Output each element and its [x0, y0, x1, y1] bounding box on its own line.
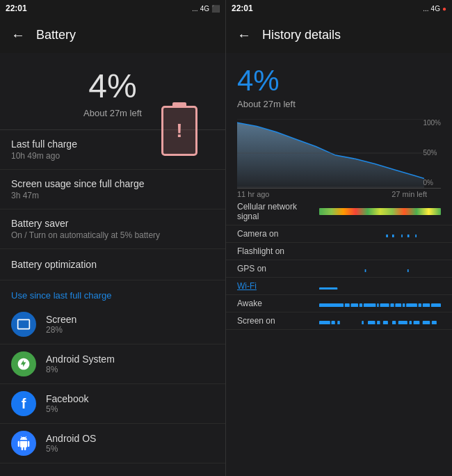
- svg-rect-14: [351, 303, 359, 307]
- svg-rect-8: [415, 235, 417, 237]
- chart-label-right: 27 min left: [392, 190, 427, 198]
- status-icons-left: ... 4G ⬛: [192, 5, 220, 13]
- history-row-cellular: Cellular network signal: [226, 198, 452, 225]
- chart-label-100: 100%: [423, 119, 441, 127]
- svg-rect-36: [414, 321, 420, 324]
- battery-exclaim-icon: !: [176, 120, 182, 142]
- battery-percent-left: 4%: [88, 67, 136, 105]
- svg-rect-17: [377, 303, 379, 307]
- svg-rect-31: [377, 321, 380, 324]
- time-right: 22:01: [232, 3, 253, 13]
- history-label-cellular: Cellular network signal: [237, 202, 314, 221]
- history-section: Cellular network signal Camera on Flashl…: [226, 198, 452, 476]
- app-info-facebook: Facebook 5%: [46, 393, 88, 414]
- svg-rect-11: [319, 287, 337, 289]
- status-icons-right: ... 4G ●: [423, 5, 446, 13]
- page-title-right: History details: [262, 28, 341, 42]
- svg-rect-7: [407, 235, 410, 237]
- status-bar-right: 22:01 ... 4G ●: [226, 0, 452, 17]
- history-bar-screenon: [319, 317, 441, 324]
- svg-rect-32: [383, 321, 388, 324]
- chart-label-50: 50%: [423, 149, 441, 157]
- history-row-gps: GPS on: [226, 260, 452, 278]
- app-name-facebook: Facebook: [46, 393, 88, 404]
- svg-rect-25: [431, 303, 441, 307]
- back-button-right[interactable]: ←: [237, 27, 251, 43]
- battery-big-left: About 27m left: [237, 99, 441, 109]
- right-panel: 22:01 ... 4G ● ← History details 4% Abou…: [226, 0, 452, 476]
- battery-optimization[interactable]: Battery optimization: [0, 249, 225, 280]
- status-bar-left: 22:01 ... 4G ⬛: [0, 0, 225, 17]
- app-item-android[interactable]: Android System 8%: [0, 344, 225, 384]
- svg-rect-12: [319, 303, 344, 307]
- history-row-camera: Camera on: [226, 225, 452, 243]
- history-row-wifi: Wi-Fi: [226, 278, 452, 295]
- svg-rect-24: [423, 303, 430, 307]
- svg-rect-5: [392, 235, 394, 237]
- app-icon-androidos: [11, 431, 36, 456]
- svg-rect-23: [419, 303, 421, 307]
- app-icon-facebook: f: [11, 391, 36, 416]
- history-label-flashlight: Flashlight on: [237, 246, 314, 256]
- svg-rect-26: [319, 321, 330, 324]
- history-label-gps: GPS on: [237, 264, 314, 273]
- info-item-batterysaver: Battery saver On / Turn on automatically…: [0, 209, 225, 249]
- app-percent-screen: 28%: [46, 325, 76, 335]
- history-bar-camera: [319, 230, 441, 237]
- battery-icon-container: !: [161, 106, 197, 156]
- use-since-label: Use since last full charge: [0, 280, 225, 305]
- info-value-batterysaver: On / Turn on automatically at 5% battery: [11, 230, 214, 240]
- app-item-facebook[interactable]: f Facebook 5%: [0, 384, 225, 424]
- svg-rect-21: [403, 303, 405, 307]
- chart-svg: [237, 119, 424, 188]
- chart-label-left: 11 hr ago: [237, 190, 269, 198]
- svg-rect-16: [364, 303, 376, 307]
- app-info-android: Android System 8%: [46, 354, 115, 374]
- svg-rect-37: [423, 321, 430, 324]
- info-label-screenusage: Screen usage since full charge: [11, 178, 214, 189]
- history-label-awake: Awake: [237, 299, 314, 308]
- svg-rect-20: [395, 303, 401, 307]
- history-bar-awake: [319, 300, 441, 307]
- svg-rect-34: [398, 321, 407, 324]
- app-percent-facebook: 5%: [46, 404, 88, 414]
- back-button-left[interactable]: ←: [11, 27, 25, 43]
- svg-rect-35: [410, 321, 412, 324]
- battery-icon: !: [161, 106, 197, 156]
- chart-labels-x: 11 hr ago 27 min left: [237, 189, 441, 198]
- svg-rect-9: [365, 269, 366, 272]
- svg-rect-30: [368, 321, 376, 324]
- app-name-android: Android System: [46, 354, 115, 365]
- battery-main-section: 4% About 27m left !: [0, 53, 225, 129]
- svg-rect-33: [392, 321, 396, 324]
- app-item-screen[interactable]: Screen 28%: [0, 305, 225, 344]
- battery-chart: 100% 50% 0%: [237, 119, 441, 189]
- svg-rect-10: [407, 269, 409, 272]
- info-value-screenusage: 3h 47m: [11, 191, 214, 200]
- svg-rect-18: [380, 303, 389, 307]
- battery-time-left: About 27m left: [83, 108, 142, 118]
- svg-rect-28: [337, 321, 340, 324]
- app-info-screen: Screen 28%: [46, 314, 76, 335]
- history-label-camera: Camera on: [237, 229, 314, 239]
- svg-rect-29: [362, 321, 364, 324]
- top-bar-right: ← History details: [226, 17, 452, 53]
- history-bar-flashlight: [319, 248, 441, 255]
- history-bar-gps: [319, 265, 441, 272]
- left-panel: 22:01 ... 4G ⬛ ← Battery 4% About 27m le…: [0, 0, 226, 476]
- chart-labels-y: 100% 50% 0%: [423, 119, 441, 188]
- app-item-androidos[interactable]: Android OS 5%: [0, 424, 225, 463]
- svg-rect-27: [332, 321, 335, 324]
- app-name-screen: Screen: [46, 314, 76, 325]
- history-row-screenon: Screen on: [226, 312, 452, 330]
- chart-label-0: 0%: [423, 179, 441, 187]
- app-percent-android: 8%: [46, 365, 115, 374]
- battery-big-section: 4% About 27m left: [226, 53, 452, 112]
- history-label-screenon: Screen on: [237, 316, 314, 326]
- history-row-awake: Awake: [226, 295, 452, 312]
- svg-rect-22: [406, 303, 417, 307]
- svg-rect-4: [386, 235, 388, 237]
- battery-big-percent: 4%: [237, 64, 441, 97]
- app-name-androidos: Android OS: [46, 433, 96, 444]
- app-percent-androidos: 5%: [46, 444, 96, 454]
